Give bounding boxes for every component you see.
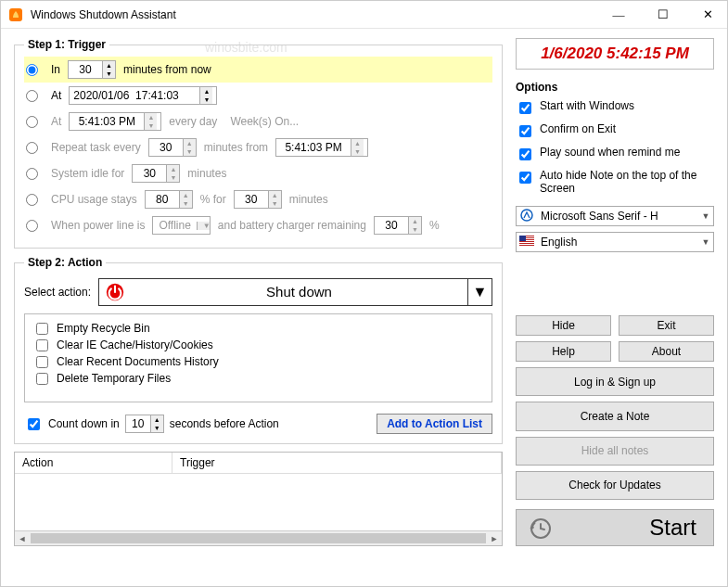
trigger-repeat-radio[interactable] [26,142,38,154]
hide-button[interactable]: Hide [516,315,611,336]
check-clear-ie[interactable] [36,339,48,351]
trigger-power-row: When power line is Offline▼ and battery … [24,212,492,238]
chevron-down-icon[interactable]: ▼ [698,237,713,247]
check-updates-button[interactable]: Check for Updates [516,471,714,500]
clock-icon [530,517,552,545]
idle-mins[interactable]: ▲▼ [132,164,180,183]
repeat-mins[interactable]: ▲▼ [148,138,197,157]
scroll-thumb[interactable] [31,533,486,543]
action-list: Action Trigger ◄ ► [14,452,503,546]
step2-legend: Step 2: Action [24,256,106,269]
trigger-at1-radio[interactable] [26,90,38,102]
trigger-in-row: In ▲▼ minutes from now [24,57,492,83]
trigger-repeat-row: Repeat task every ▲▼ minutes from ▲▼ [24,134,492,160]
horizontal-scrollbar[interactable]: ◄ ► [15,530,502,545]
check-delete-temp[interactable] [36,373,48,385]
trigger-cpu-row: CPU usage stays ▲▼ % for ▲▼ minutes [24,186,492,212]
trigger-idle-radio[interactable] [26,168,38,180]
trigger-cpu-radio[interactable] [26,194,38,206]
trigger-at1-row: At ▲▼ [24,83,492,108]
login-button[interactable]: Log in & Sign up [516,367,714,396]
list-body[interactable] [15,474,502,530]
app-icon [8,7,23,22]
at1-datetime[interactable]: ▲▼ [69,86,217,105]
in-label: In [51,63,60,76]
maximize-button[interactable]: ☐ [651,6,675,24]
at1-label: At [51,89,61,102]
at2-time[interactable]: ▲▼ [69,112,161,131]
start-button[interactable]: Start [516,509,714,546]
power-icon [99,279,131,305]
cpu-mins[interactable]: ▲▼ [234,190,282,209]
exit-button[interactable]: Exit [619,315,714,336]
opt-autohide-note[interactable] [519,172,531,184]
action-select[interactable]: Shut down ▼ [98,278,492,306]
trigger-at2-row: At ▲▼ every day Week(s) On... [24,108,492,134]
down-arrow-icon[interactable]: ▼ [103,70,115,78]
app-window: Windows Shutdown Assistant — ☐ ✕ winosbi… [0,0,728,587]
hide-notes-button[interactable]: Hide all notes [516,437,714,466]
step2-box: Step 2: Action Select action: Shut down … [14,256,503,444]
list-header-action[interactable]: Action [15,453,172,474]
step1-legend: Step 1: Trigger [24,38,109,51]
select-action-label: Select action: [24,286,91,299]
svg-rect-9 [519,236,526,241]
close-button[interactable]: ✕ [696,6,720,24]
in-suffix: minutes from now [123,63,211,76]
clock-display: 1/6/2020 5:42:15 PM [516,38,714,70]
trigger-in-radio[interactable] [26,64,38,76]
action-label: Shut down [131,279,467,305]
help-button[interactable]: Help [516,341,611,362]
pre-actions-box: Empty Recycle Bin Clear IE Cache/History… [24,313,492,402]
chevron-down-icon[interactable]: ▼ [197,222,210,230]
opt-play-sound[interactable] [519,148,531,160]
add-to-list-button[interactable]: Add to Action List [377,414,492,434]
repeat-from-time[interactable]: ▲▼ [275,138,368,157]
font-select[interactable]: Microsoft Sans Serif - H ▼ [516,206,714,226]
scroll-left-icon[interactable]: ◄ [15,531,30,545]
minimize-button[interactable]: — [607,6,631,24]
flag-icon [517,236,537,249]
opt-start-windows[interactable] [519,102,531,114]
check-empty-recycle[interactable] [36,323,48,335]
options-heading: Options [516,81,714,94]
cpu-pct[interactable]: ▲▼ [145,190,193,209]
list-header-trigger[interactable]: Trigger [172,453,502,474]
check-clear-recent[interactable] [36,356,48,368]
chevron-down-icon[interactable]: ▼ [698,211,713,221]
scroll-right-icon[interactable]: ► [487,531,502,545]
countdown-spinner[interactable]: ▲▼ [125,415,164,433]
options-box: Options Start with Windows Confirm on Ex… [516,75,714,200]
start-label: Start [649,515,696,541]
opt-confirm-exit[interactable] [519,125,531,137]
svg-rect-8 [519,244,534,245]
language-select[interactable]: English ▼ [516,232,714,252]
power-state-combo[interactable]: Offline▼ [152,216,210,235]
create-note-button[interactable]: Create a Note [516,402,714,430]
step1-box: Step 1: Trigger In ▲▼ minutes from now A… [14,38,503,249]
countdown-check[interactable] [28,418,40,430]
font-icon [517,209,537,224]
trigger-idle-row: System idle for ▲▼ minutes [24,160,492,186]
up-arrow-icon[interactable]: ▲ [103,61,115,70]
trigger-power-radio[interactable] [26,220,38,232]
in-spinner[interactable]: ▲▼ [68,60,116,79]
weeks-on-link[interactable]: Week(s) On... [230,115,299,128]
trigger-at2-radio[interactable] [26,116,38,128]
power-pct[interactable]: ▲▼ [374,216,422,235]
about-button[interactable]: About [619,341,714,362]
action-dropdown-icon[interactable]: ▼ [467,279,492,305]
titlebar: Windows Shutdown Assistant — ☐ ✕ [1,1,727,29]
svg-rect-7 [519,242,534,243]
window-title: Windows Shutdown Assistant [31,8,176,21]
